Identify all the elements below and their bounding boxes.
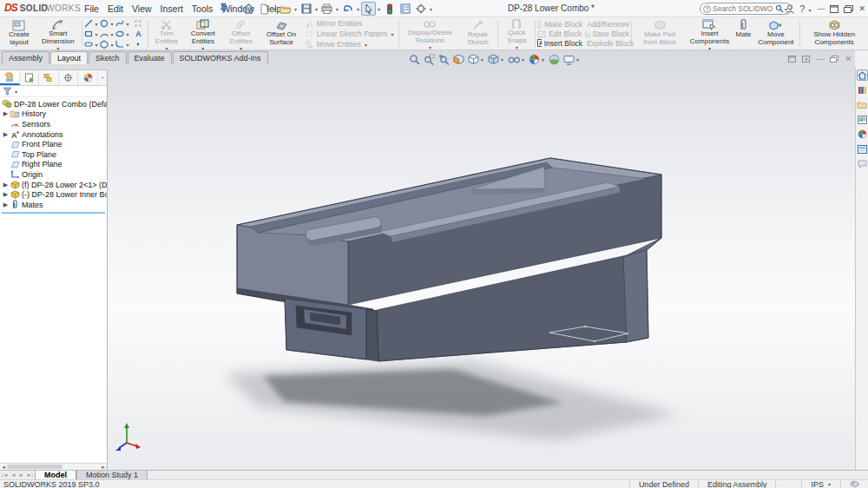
- zoom-area-icon[interactable]: [423, 53, 436, 66]
- file-explorer-icon[interactable]: [857, 99, 868, 110]
- save-button[interactable]: [299, 2, 313, 16]
- home-button[interactable]: [241, 2, 256, 16]
- help-search-box[interactable]: ? ▾: [700, 3, 792, 15]
- move-entities-button[interactable]: Move Entities▾: [306, 40, 395, 49]
- tab-nav-last[interactable]: ►|: [26, 472, 33, 478]
- new-dropdown[interactable]: ▾: [273, 6, 276, 12]
- point-tool[interactable]: [130, 39, 146, 49]
- restore-button[interactable]: [830, 5, 838, 13]
- menu-insert[interactable]: Insert: [156, 3, 187, 14]
- open-button[interactable]: [278, 2, 293, 16]
- insert-components-button[interactable]: Insert Components▾: [686, 18, 733, 49]
- expand-arrow[interactable]: ▶: [2, 131, 10, 138]
- select-tool-button[interactable]: [361, 2, 376, 16]
- tree-item-sensors[interactable]: Sensors: [2, 119, 107, 129]
- tab-nav-next[interactable]: ►: [18, 472, 23, 478]
- design-library-icon[interactable]: [857, 84, 868, 96]
- cascade-windows-button[interactable]: [844, 5, 853, 13]
- tab-nav-first[interactable]: |◄: [2, 472, 9, 478]
- filter-dropdown[interactable]: ▾: [15, 89, 17, 95]
- selection-filter-icon[interactable]: [382, 2, 397, 16]
- help-menu-button[interactable]: ? ▾: [799, 3, 812, 14]
- expand-arrow[interactable]: ▶: [2, 181, 10, 188]
- tab-sketch[interactable]: Sketch: [89, 51, 127, 64]
- new-document-button[interactable]: [257, 2, 272, 16]
- tree-item-origin[interactable]: Origin: [2, 169, 107, 180]
- undo-dropdown[interactable]: ▾: [357, 6, 359, 12]
- menu-tools[interactable]: Tools: [187, 3, 218, 14]
- mate-button[interactable]: Mate: [733, 18, 754, 49]
- model-3d-view[interactable]: [0, 50, 855, 470]
- forum-icon[interactable]: [857, 158, 868, 169]
- scroll-thumb[interactable]: [7, 465, 62, 469]
- doc-restore-icon[interactable]: [788, 56, 796, 63]
- units-selector[interactable]: IPS▾: [801, 480, 840, 488]
- menu-view[interactable]: View: [128, 3, 156, 14]
- tree-item-annotations[interactable]: ▶ A Annotations: [2, 129, 107, 140]
- scroll-right-arrow[interactable]: ►: [100, 465, 107, 470]
- circle-tool[interactable]: ▾: [99, 18, 115, 29]
- tab-addins[interactable]: SOLIDWORKS Add-Ins: [173, 51, 268, 64]
- arc-tool[interactable]: ▾: [99, 29, 115, 39]
- doc-minimize-button[interactable]: —: [816, 55, 824, 63]
- move-component-button[interactable]: Move Component: [753, 18, 798, 49]
- menu-file[interactable]: File: [80, 3, 103, 14]
- make-part-from-block-button[interactable]: Make Part from Block: [634, 18, 687, 49]
- spline-tool[interactable]: ▾: [115, 18, 130, 29]
- quick-snaps-button[interactable]: Quick Snaps▾: [500, 18, 533, 49]
- rollback-bar[interactable]: [2, 212, 105, 214]
- section-view-icon[interactable]: [452, 53, 465, 66]
- expand-arrow[interactable]: ▶: [2, 110, 10, 117]
- display-delete-relations-button[interactable]: Display/Delete Relations▾: [400, 18, 459, 49]
- rectangle-tool[interactable]: ▾: [83, 29, 99, 39]
- tab-motion-study[interactable]: Motion Study 1: [76, 471, 148, 479]
- featuremanager-tree-tab[interactable]: [0, 70, 20, 85]
- tab-nav-prev[interactable]: ◄: [11, 472, 16, 478]
- tab-evaluate[interactable]: Evaluate: [128, 51, 172, 64]
- line-tool[interactable]: ▾: [83, 18, 99, 29]
- tree-item-part-lower2[interactable]: ▶ (f) DP-28 Lower 2<1> (Default<<I: [2, 180, 107, 190]
- print-button[interactable]: [319, 2, 334, 16]
- convert-entities-button[interactable]: Convert Entities▾: [183, 18, 223, 49]
- offset-on-surface-button[interactable]: Offset On Surface: [259, 18, 304, 49]
- scroll-left-arrow[interactable]: ◄: [0, 465, 7, 470]
- apply-scene-icon[interactable]: [548, 53, 561, 66]
- tree-item-mates[interactable]: ▶ Mates: [2, 200, 107, 210]
- options-gear-button[interactable]: [413, 2, 428, 16]
- expand-arrow[interactable]: ▶: [2, 201, 10, 208]
- configurationmanager-tab[interactable]: [39, 70, 59, 85]
- slot-tool[interactable]: ▾: [83, 39, 99, 49]
- tree-item-root[interactable]: DP-28 Lower Combo (Default<Display: [2, 99, 107, 109]
- panel-tab-scroll-right[interactable]: ›: [98, 70, 107, 85]
- view-orientation-icon[interactable]: ▾: [467, 53, 485, 66]
- dimxpertmanager-tab[interactable]: [59, 70, 79, 85]
- save-block-button[interactable]: Save Block: [584, 30, 629, 38]
- tree-item-top-plane[interactable]: Top Plane: [2, 149, 107, 160]
- expand-arrow[interactable]: ▶: [2, 191, 10, 198]
- create-layout-button[interactable]: Create layout: [2, 18, 36, 49]
- tab-layout[interactable]: Layout: [50, 51, 88, 64]
- custom-properties-icon[interactable]: [857, 143, 868, 155]
- tab-nav-buttons[interactable]: |◄ ◄ ► ►|: [0, 471, 35, 479]
- pin-menu-icon[interactable]: [219, 3, 227, 13]
- tree-item-right-plane[interactable]: Right Plane: [2, 160, 107, 170]
- status-tag-icon[interactable]: [840, 480, 868, 488]
- close-button[interactable]: ✕: [858, 4, 865, 13]
- edit-block-button[interactable]: Edit Block: [537, 30, 582, 38]
- resources-home-icon[interactable]: [857, 69, 868, 81]
- polygon-tool[interactable]: ▾: [99, 39, 115, 49]
- search-input[interactable]: [711, 3, 775, 14]
- mirror-entities-button[interactable]: Mirror Entities: [306, 19, 395, 29]
- tree-item-part-inner-bottom[interactable]: ▶ (-) DP-28 Lower Inner Bottom<1>: [2, 189, 107, 200]
- ellipse-tool[interactable]: ▾: [115, 29, 130, 39]
- undo-button[interactable]: [340, 2, 355, 16]
- displaymanager-tab[interactable]: [78, 70, 98, 85]
- panel-horizontal-scrollbar[interactable]: ◄ ►: [0, 463, 108, 470]
- menu-edit[interactable]: Edit: [103, 3, 128, 14]
- view-settings-icon[interactable]: ▾: [562, 54, 581, 66]
- view-palette-icon[interactable]: [857, 114, 868, 125]
- doc-cascade-button[interactable]: [830, 56, 838, 63]
- explode-block-button[interactable]: Explode Block: [584, 39, 629, 48]
- doc-new-window-icon[interactable]: [802, 56, 810, 63]
- linear-sketch-pattern-button[interactable]: Linear Sketch Pattern▾: [306, 30, 395, 39]
